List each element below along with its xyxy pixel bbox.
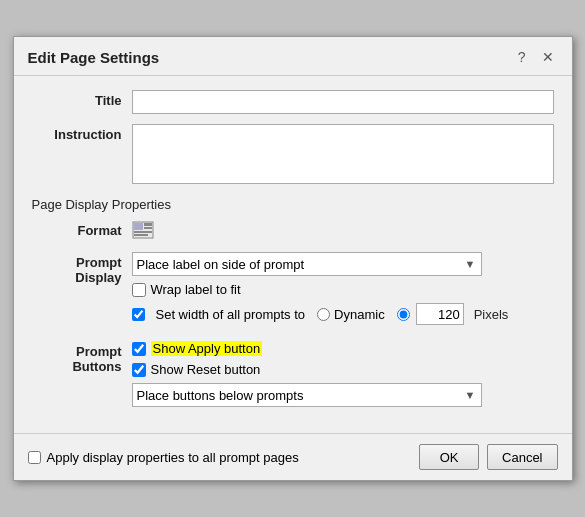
ok-button[interactable]: OK (419, 444, 479, 470)
format-icon (132, 220, 154, 240)
prompt-buttons-label: Prompt Buttons (32, 341, 132, 374)
apply-all-label[interactable]: Apply display properties to all prompt p… (28, 450, 299, 465)
svg-rect-2 (144, 223, 152, 226)
dynamic-label: Dynamic (334, 307, 385, 322)
prompt-buttons-control: Show Apply button Show Reset button Plac… (132, 341, 554, 413)
button-placement-row: Place buttons below prompts Place button… (132, 383, 554, 407)
prompt-display-control: Place label on side of prompt Place labe… (132, 252, 554, 331)
wrap-label-checkbox[interactable] (132, 283, 146, 297)
svg-rect-3 (144, 227, 152, 229)
format-label: Format (32, 220, 132, 238)
show-reset-text: Show Reset button (151, 362, 261, 377)
wrap-label-row: Wrap label to fit (132, 282, 554, 297)
show-apply-row: Show Apply button (132, 341, 554, 356)
page-display-heading: Page Display Properties (32, 197, 554, 212)
svg-rect-1 (134, 223, 143, 230)
dialog-title: Edit Page Settings (28, 49, 160, 66)
title-label: Title (32, 90, 132, 108)
set-width-row: Set width of all prompts to Dynamic Pixe… (132, 303, 554, 325)
svg-rect-4 (134, 231, 152, 233)
wrap-label-text: Wrap label to fit (151, 282, 241, 297)
prompt-display-dropdown-wrap: Place label on side of prompt Place labe… (132, 252, 482, 276)
action-buttons: OK Cancel (419, 444, 557, 470)
bottom-bar: Apply display properties to all prompt p… (14, 433, 572, 480)
instruction-row: Instruction (32, 124, 554, 187)
fixed-radio[interactable] (397, 308, 410, 321)
set-width-checkbox[interactable] (132, 308, 145, 321)
show-reset-checkbox[interactable] (132, 363, 146, 377)
button-placement-dropdown-wrap: Place buttons below prompts Place button… (132, 383, 482, 407)
header-icons: ? ✕ (514, 47, 558, 67)
show-apply-checkbox[interactable] (132, 342, 146, 356)
instruction-label: Instruction (32, 124, 132, 142)
show-apply-text: Show Apply button (151, 341, 263, 356)
pixels-label: Pixels (474, 307, 509, 322)
show-apply-checkbox-label[interactable]: Show Apply button (132, 341, 263, 356)
svg-rect-5 (134, 234, 148, 236)
set-width-text: Set width of all prompts to (156, 307, 306, 322)
instruction-textarea[interactable] (132, 124, 554, 184)
button-placement-dropdown[interactable]: Place buttons below prompts Place button… (132, 383, 482, 407)
title-control (132, 90, 554, 114)
edit-page-settings-dialog: Edit Page Settings ? ✕ Title Instruction… (13, 36, 573, 481)
prompt-display-label: Prompt Display (32, 252, 132, 285)
prompt-buttons-row: Prompt Buttons Show Apply button Show Re… (32, 341, 554, 413)
title-input[interactable] (132, 90, 554, 114)
instruction-control (132, 124, 554, 187)
apply-all-checkbox[interactable] (28, 451, 41, 464)
fixed-radio-label[interactable] (397, 308, 410, 321)
dialog-body: Title Instruction Page Display Propertie… (14, 76, 572, 433)
show-reset-checkbox-label[interactable]: Show Reset button (132, 362, 261, 377)
show-reset-row: Show Reset button (132, 362, 554, 377)
prompt-display-row: Prompt Display Place label on side of pr… (32, 252, 554, 331)
close-button[interactable]: ✕ (538, 47, 558, 67)
dynamic-radio-label[interactable]: Dynamic (317, 307, 385, 322)
title-row: Title (32, 90, 554, 114)
format-control (132, 220, 554, 242)
wrap-label-checkbox-label[interactable]: Wrap label to fit (132, 282, 241, 297)
dynamic-radio[interactable] (317, 308, 330, 321)
dialog-header: Edit Page Settings ? ✕ (14, 37, 572, 76)
format-row: Format (32, 220, 554, 242)
help-button[interactable]: ? (514, 47, 530, 67)
apply-all-text: Apply display properties to all prompt p… (47, 450, 299, 465)
prompt-display-dropdown[interactable]: Place label on side of prompt Place labe… (132, 252, 482, 276)
width-input[interactable] (416, 303, 464, 325)
cancel-button[interactable]: Cancel (487, 444, 557, 470)
